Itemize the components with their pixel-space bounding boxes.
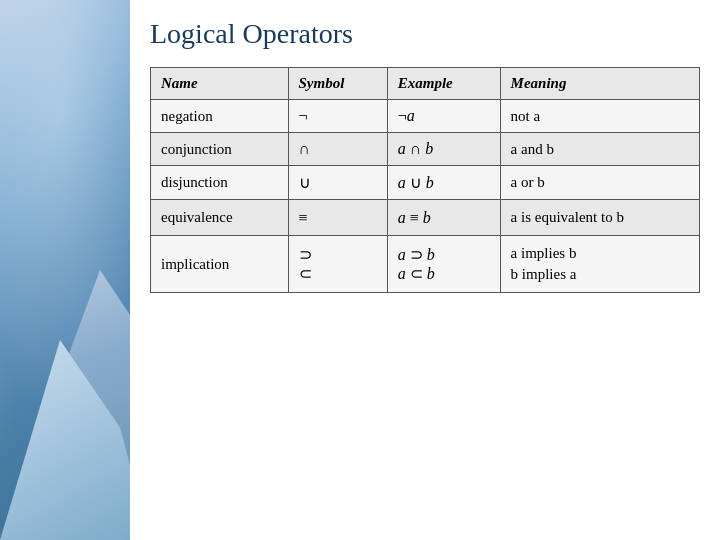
row-meaning: a or b — [500, 166, 699, 200]
row-example: a ⊃ ba ⊂ b — [387, 236, 500, 293]
table-row: disjunction ∪ a ∪ b a or b — [151, 166, 700, 200]
row-example: a ∪ b — [387, 166, 500, 200]
col-header-meaning: Meaning — [500, 68, 699, 100]
row-symbol: ≡ — [288, 200, 387, 236]
content-panel: Logical Operators Name Symbol Example Me… — [130, 0, 720, 540]
row-meaning: a and b — [500, 133, 699, 166]
row-meaning: a implies bb implies a — [500, 236, 699, 293]
row-name: negation — [151, 100, 289, 133]
table-container: Name Symbol Example Meaning negation ¬ ¬… — [130, 62, 720, 298]
row-name: conjunction — [151, 133, 289, 166]
row-name: disjunction — [151, 166, 289, 200]
row-name: equivalence — [151, 200, 289, 236]
col-header-example: Example — [387, 68, 500, 100]
table-row: negation ¬ ¬a not a — [151, 100, 700, 133]
logical-operators-table: Name Symbol Example Meaning negation ¬ ¬… — [150, 67, 700, 293]
row-meaning: a is equivalent to b — [500, 200, 699, 236]
row-example: a ∩ b — [387, 133, 500, 166]
row-symbol: ¬ — [288, 100, 387, 133]
row-example: ¬a — [387, 100, 500, 133]
row-meaning: not a — [500, 100, 699, 133]
col-header-symbol: Symbol — [288, 68, 387, 100]
row-symbol: ∩ — [288, 133, 387, 166]
row-example: a ≡ b — [387, 200, 500, 236]
row-symbol: ∪ — [288, 166, 387, 200]
page-title: Logical Operators — [130, 0, 720, 62]
row-symbol: ⊃⊂ — [288, 236, 387, 293]
table-row: equivalence ≡ a ≡ b a is equivalent to b — [151, 200, 700, 236]
table-row: conjunction ∩ a ∩ b a and b — [151, 133, 700, 166]
table-row: implication ⊃⊂ a ⊃ ba ⊂ b a implies bb i… — [151, 236, 700, 293]
col-header-name: Name — [151, 68, 289, 100]
row-name: implication — [151, 236, 289, 293]
